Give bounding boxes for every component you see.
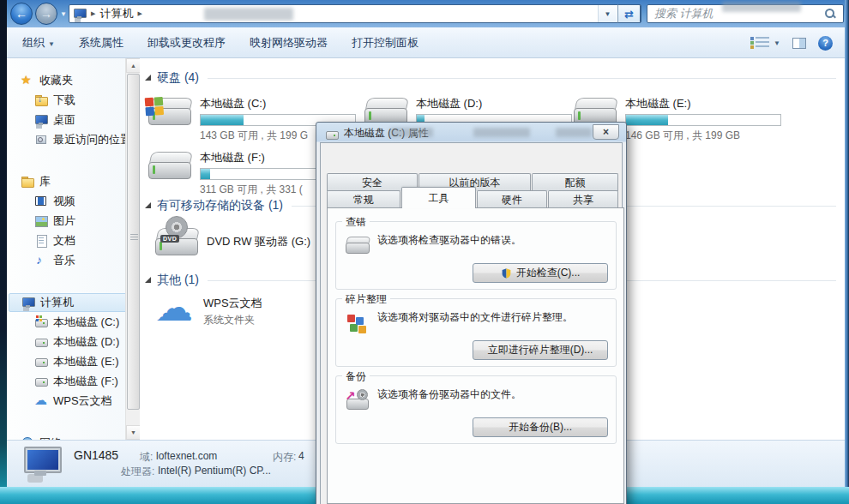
computer-icon <box>73 7 87 21</box>
tab-hardware[interactable]: 硬件 <box>477 190 547 208</box>
forward-button[interactable]: → <box>35 3 57 25</box>
sidebar-item-disk-c[interactable]: 本地磁盘 (C:) <box>9 313 125 332</box>
open-control-panel-button[interactable]: 打开控制面板 <box>343 32 427 54</box>
error-checking-group: 查错 该选项将检查驱动器中的错误。 开始检查(C)... <box>335 221 617 290</box>
close-icon: × <box>603 126 609 138</box>
tab-sharing[interactable]: 共享 <box>548 190 618 208</box>
computer-icon <box>21 296 35 309</box>
back-button[interactable]: ← <box>10 3 33 25</box>
disk-icon <box>34 335 48 349</box>
uac-shield-icon <box>501 267 512 279</box>
recent-places-icon <box>34 133 48 147</box>
harddrive-icon <box>148 150 193 179</box>
sidebar-item-videos[interactable]: 视频 <box>9 192 125 211</box>
videos-icon <box>34 195 48 208</box>
sidebar-item-desktop[interactable]: 桌面 <box>9 111 125 129</box>
sidebar-item-disk-e[interactable]: 本地磁盘 (E:) <box>9 352 125 371</box>
computer-name: GN1485 <box>74 448 118 462</box>
download-folder-icon: ↓ <box>34 93 48 107</box>
tab-quota[interactable]: 配额 <box>532 173 618 191</box>
scrollbar-grip-icon <box>130 234 138 240</box>
scroll-up-button[interactable]: ▲ <box>126 58 141 73</box>
sidebar-item-pictures[interactable]: 图片 <box>9 212 125 231</box>
disk-properties-dialog: 本地磁盘 (C:) 属性 × 安全 以前的版本 配额 常规 工具 硬件 共享 查… <box>316 122 627 504</box>
change-view-button[interactable]: ▼ <box>749 37 780 49</box>
check-now-button[interactable]: 开始检查(C)... <box>473 263 608 283</box>
defragment-now-button[interactable]: 立即进行碎片整理(D)... <box>473 340 608 360</box>
wps-cloud-tile[interactable]: WPS云文档 系统文件夹 <box>155 296 262 327</box>
preview-pane-button[interactable] <box>792 38 806 49</box>
redaction-blur <box>204 8 293 21</box>
documents-icon <box>34 234 48 248</box>
address-dropdown-button[interactable]: ▼ <box>598 5 617 22</box>
dvd-drive-tile[interactable]: DVD DVD RW 驱动器 (G:) <box>155 226 310 255</box>
scroll-down-button[interactable]: ▼ <box>126 425 141 440</box>
disk-icon <box>325 128 339 140</box>
organize-button[interactable]: 组织▼ <box>14 32 63 54</box>
sidebar-item-downloads[interactable]: ↓ 下载 <box>9 91 125 110</box>
desktop-icon <box>34 113 48 127</box>
disk-icon <box>34 355 48 369</box>
star-icon <box>21 74 34 87</box>
backup-now-button[interactable]: 开始备份(B)... <box>473 417 608 437</box>
redaction-blur <box>722 2 801 12</box>
redaction-blur <box>390 128 433 137</box>
backup-group: 备份 该选项将备份驱动器中的文件。 开始备份(B)... <box>335 375 617 444</box>
sidebar-item-documents[interactable]: 文档 <box>9 231 125 250</box>
breadcrumb-arrow-icon[interactable]: ▶ <box>91 10 95 17</box>
sidebar-section-network[interactable]: 网络 <box>9 434 125 440</box>
sidebar-item-disk-f[interactable]: 本地磁盘 (F:) <box>9 372 125 391</box>
close-button[interactable]: × <box>593 124 619 140</box>
search-icon[interactable] <box>824 8 836 20</box>
defragment-group: 碎片整理 该选项将对驱动器中的文件进行碎片整理。 立即进行碎片整理(D)... <box>335 298 617 367</box>
tab-tools[interactable]: 工具 <box>401 187 476 208</box>
cloud-icon <box>34 394 48 408</box>
computer-icon <box>19 447 63 481</box>
map-network-drive-button[interactable]: 映射网络驱动器 <box>241 32 336 54</box>
sidebar-section-favorites[interactable]: 收藏夹 <box>9 71 125 90</box>
help-button[interactable]: ? <box>818 36 833 51</box>
section-header-harddisks[interactable]: 硬盘 (4) <box>145 70 836 86</box>
disk-icon <box>34 375 48 388</box>
collapse-triangle-icon[interactable] <box>145 75 151 81</box>
history-dropdown-icon[interactable]: ▼ <box>60 10 67 18</box>
pictures-icon <box>34 214 48 228</box>
dialog-body: 安全 以前的版本 配额 常规 工具 硬件 共享 查错 该选项将检查驱动器中的错误… <box>320 142 623 504</box>
window-border <box>845 0 849 487</box>
desktop-background <box>0 0 7 504</box>
address-bar[interactable]: ▶ 计算机 ▶ ▼ ⇄ <box>69 4 641 23</box>
collapse-triangle-icon[interactable] <box>145 202 151 208</box>
sidebar-item-recent-places[interactable]: 最近访问的位置 <box>9 130 125 149</box>
scrollbar-thumb[interactable] <box>127 74 140 410</box>
sidebar-scrollbar[interactable]: ▲ ▼ <box>125 58 140 440</box>
sidebar-item-disk-d[interactable]: 本地磁盘 (D:) <box>9 333 125 351</box>
tools-tab-page: 查错 该选项将检查驱动器中的错误。 开始检查(C)... 碎片整理 该选项将对驱… <box>327 207 624 504</box>
sidebar-item-music[interactable]: 音乐 <box>9 251 125 270</box>
harddrive-icon <box>148 96 193 125</box>
harddrive-icon <box>364 96 409 125</box>
cloud-icon <box>155 296 196 325</box>
harddrive-icon <box>574 96 618 125</box>
breadcrumb-arrow-icon[interactable]: ▶ <box>137 10 142 17</box>
navigation-pane: 收藏夹 ↓ 下载 桌面 最近访问的位置 库 视频 <box>9 58 125 440</box>
redaction-blur <box>473 128 530 137</box>
sidebar-section-computer[interactable]: 计算机 <box>9 293 125 312</box>
system-properties-button[interactable]: 系统属性 <box>70 32 132 54</box>
redaction-blur <box>556 128 592 137</box>
uninstall-programs-button[interactable]: 卸载或更改程序 <box>139 32 234 54</box>
library-icon <box>21 175 34 189</box>
command-toolbar: 组织▼ 系统属性 卸载或更改程序 映射网络驱动器 打开控制面板 ▼ ? <box>7 27 845 58</box>
sidebar-section-libraries[interactable]: 库 <box>9 172 125 191</box>
capacity-bar <box>625 114 781 126</box>
views-icon <box>756 37 769 49</box>
chevron-down-icon: ▼ <box>48 40 55 48</box>
chevron-down-icon: ▼ <box>774 39 780 47</box>
dvd-drive-icon: DVD <box>155 226 200 255</box>
system-disk-icon <box>34 315 48 329</box>
breadcrumb[interactable]: 计算机 <box>99 6 133 21</box>
tab-general[interactable]: 常规 <box>327 190 400 208</box>
sidebar-item-wps-cloud[interactable]: WPS云文档 <box>9 392 125 411</box>
refresh-button[interactable]: ⇄ <box>617 4 641 23</box>
screen: ← → ▼ ▶ 计算机 ▶ ▼ ⇄ 搜索 计算机 组织▼ 系统属性 卸载或更改程… <box>0 0 849 504</box>
collapse-triangle-icon[interactable] <box>145 277 151 283</box>
